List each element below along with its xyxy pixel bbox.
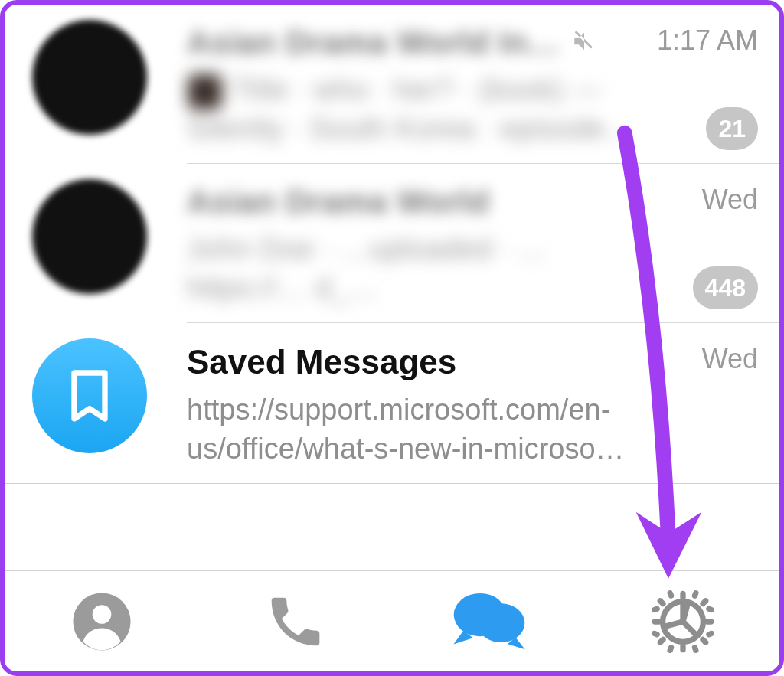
chat-timestamp: 1:17 AM (657, 24, 758, 57)
unread-badge: 448 (693, 266, 758, 309)
chat-list: Asian Drama World In… Title · who · her?… (5, 5, 779, 484)
chat-title: Asian Drama World In… (187, 24, 560, 61)
svg-rect-14 (691, 644, 699, 654)
svg-rect-19 (705, 605, 715, 613)
phone-icon (265, 591, 326, 652)
svg-rect-15 (691, 589, 699, 599)
svg-rect-10 (698, 635, 709, 646)
chat-timestamp: Wed (702, 343, 758, 375)
unread-badge: 21 (706, 107, 758, 150)
svg-rect-5 (680, 590, 685, 599)
svg-rect-16 (666, 644, 675, 654)
chat-row-saved-messages[interactable]: Saved Messages https://support.microsoft… (5, 323, 779, 483)
svg-rect-8 (704, 619, 713, 624)
chat-timestamp: Wed (702, 184, 758, 216)
app-frame: Asian Drama World In… Title · who · her?… (0, 0, 784, 676)
svg-rect-17 (650, 605, 660, 613)
svg-rect-12 (656, 635, 667, 646)
bookmark-icon (59, 365, 120, 426)
svg-point-3 (453, 593, 506, 635)
chat-meta: Wed 448 (651, 179, 758, 309)
tab-contacts[interactable] (5, 571, 198, 671)
svg-rect-13 (666, 589, 675, 599)
svg-point-1 (92, 605, 111, 624)
chats-icon (452, 589, 526, 655)
chat-meta: 1:17 AM 21 (651, 20, 758, 150)
svg-rect-18 (705, 629, 715, 638)
tab-settings[interactable] (586, 571, 779, 671)
chat-meta: Wed (651, 338, 758, 375)
chat-preview: Title · who · her? · (book) — Silently ·… (187, 70, 643, 149)
chat-content: Asian Drama World In… Title · who · her?… (187, 20, 643, 149)
chat-preview: John Doe · …uploaded · … https://… d_… (187, 230, 643, 309)
svg-rect-7 (652, 619, 661, 624)
svg-rect-9 (656, 596, 667, 607)
tab-calls[interactable] (198, 571, 392, 671)
chat-row[interactable]: Asian Drama World In… Title · who · her?… (5, 5, 779, 164)
chat-content: Asian Drama World John Doe · …uploaded ·… (187, 179, 643, 309)
chat-row[interactable]: Asian Drama World John Doe · …uploaded ·… (5, 164, 779, 323)
avatar (32, 179, 147, 294)
avatar (32, 20, 147, 135)
saved-messages-avatar (32, 338, 147, 453)
svg-rect-11 (698, 596, 709, 607)
tab-chats[interactable] (392, 571, 586, 671)
svg-rect-20 (650, 629, 660, 638)
mute-icon (571, 28, 597, 57)
section-divider (5, 483, 779, 484)
chat-title: Asian Drama World (187, 184, 489, 220)
svg-rect-6 (680, 642, 685, 652)
gear-icon (649, 588, 717, 655)
chat-content: Saved Messages https://support.microsoft… (187, 338, 643, 469)
tab-bar (5, 570, 779, 671)
chat-preview: https://support.microsoft.com/en-us/offi… (187, 390, 643, 469)
chat-title: Saved Messages (187, 343, 456, 381)
contacts-icon (70, 590, 133, 653)
